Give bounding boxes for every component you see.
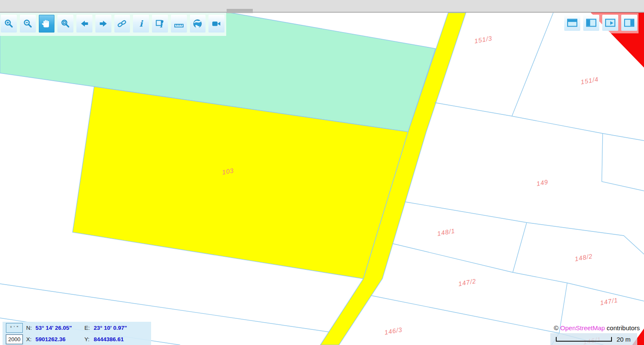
video-button[interactable]	[208, 15, 225, 33]
east-label: E:	[84, 325, 94, 331]
panel-right-icon	[624, 19, 635, 27]
arrow-left-icon	[79, 19, 89, 28]
map-viewport[interactable]: 103151/3151/4149148/1148/2147/2147/1146/…	[0, 0, 644, 345]
zoom-out-icon	[23, 19, 32, 28]
x-label: X:	[26, 336, 35, 342]
y-label: Y:	[84, 336, 94, 342]
toggle-top-panel-button[interactable]	[564, 15, 580, 31]
zoom-box-button[interactable]	[57, 15, 73, 33]
arrow-right-icon	[98, 19, 108, 28]
link-icon	[117, 19, 127, 28]
panel-collapse-handle[interactable]	[227, 9, 253, 13]
map-toolbar: ii	[0, 13, 226, 36]
panel-left-icon	[586, 19, 597, 27]
zoom-in-icon	[4, 19, 14, 28]
panel-top-icon	[567, 19, 578, 27]
east-value: 23° 10' 0.97"	[94, 325, 127, 331]
y-value: 8444386.61	[94, 336, 124, 342]
coordinate-panel: ° ' " N: 53° 14' 26.05" E: 23° 10' 0.97"…	[3, 322, 151, 345]
scalebar-panel: 20 m	[550, 333, 637, 345]
gis-application: 103151/3151/4149148/1148/2147/2147/1146/…	[0, 0, 644, 345]
globe-icon	[192, 19, 203, 29]
toggle-left-panel-button[interactable]	[583, 15, 599, 31]
north-value: 53° 14' 26.05"	[35, 325, 84, 331]
info-icon: i	[136, 19, 146, 29]
hand-icon	[41, 19, 51, 29]
scalebar-label: 20 m	[617, 336, 630, 343]
measure-button[interactable]	[171, 15, 187, 33]
permalink-button[interactable]	[114, 15, 130, 33]
toggle-right-panel-button[interactable]	[621, 15, 637, 31]
layout-toolbar	[563, 13, 639, 33]
attribution-prefix: ©	[554, 324, 560, 331]
map-canvas[interactable]: 103151/3151/4149148/1148/2147/2147/1146/…	[0, 0, 644, 345]
epsg-2000-button[interactable]: 2000	[6, 334, 23, 344]
panel-arrow-right-icon	[605, 19, 616, 27]
video-camera-icon	[211, 19, 222, 28]
svg-text:i: i	[139, 19, 143, 29]
ruler-icon	[173, 19, 184, 28]
x-value: 5901262.36	[35, 336, 84, 342]
map-attribution: © OpenStreetMap contributors	[554, 324, 640, 331]
top-panel-bar	[0, 0, 644, 13]
coordinate-row-projected: 2000 X: 5901262.36 Y: 8444386.61	[3, 334, 151, 345]
attribution-suffix: contributors	[605, 324, 640, 331]
zoom-box-icon	[61, 19, 70, 28]
previous-extent-button[interactable]	[76, 15, 92, 33]
identify-icon: i	[155, 19, 165, 29]
zoom-in-button[interactable]	[1, 15, 17, 33]
next-extent-button[interactable]	[95, 15, 111, 33]
scalebar-graphic	[555, 336, 613, 342]
coordinate-row-geographic: ° ' " N: 53° 14' 26.05" E: 23° 10' 0.97"	[3, 323, 151, 333]
overview-button[interactable]	[190, 15, 206, 33]
openstreetmap-link[interactable]: OpenStreetMap	[560, 324, 605, 331]
info-button[interactable]: i	[133, 15, 149, 33]
north-label: N:	[26, 325, 35, 331]
identify-button[interactable]: i	[152, 15, 168, 33]
expand-right-panel-button[interactable]	[602, 15, 618, 31]
zoom-out-button[interactable]	[20, 15, 36, 33]
dms-format-button[interactable]: ° ' "	[6, 323, 23, 333]
pan-button[interactable]	[39, 15, 55, 33]
